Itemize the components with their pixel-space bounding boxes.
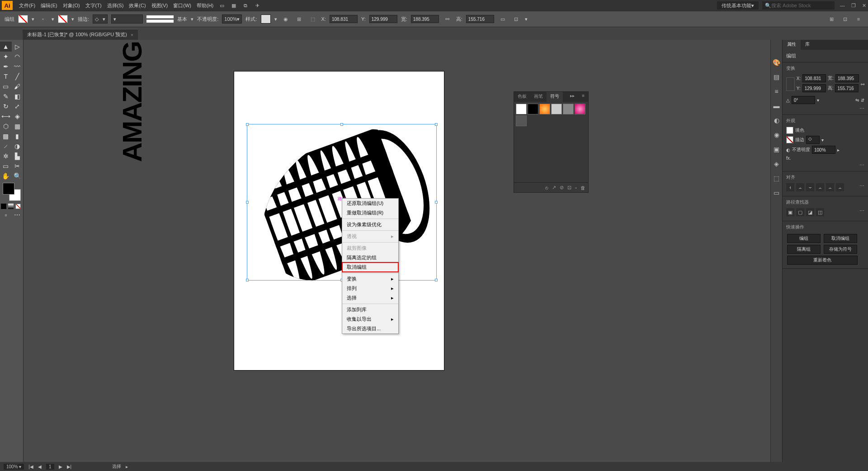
align-bottom[interactable]: ⫠ <box>836 183 844 191</box>
shaper-tool[interactable]: ✎ <box>0 91 12 101</box>
delete-icon[interactable]: 🗑 <box>580 185 585 190</box>
opacity-field[interactable]: 100% ▾ <box>222 14 242 24</box>
ctx-undo[interactable]: 还原取消编组(U) <box>342 199 398 208</box>
symbol-spray-tool[interactable]: ✲ <box>0 151 12 161</box>
more-options-icon[interactable]: ⋯ <box>859 208 864 216</box>
nav-next-icon[interactable]: ▶ <box>59 464 62 469</box>
recolor-icon[interactable]: ◉ <box>281 14 291 24</box>
selection-tool[interactable]: ▲ <box>0 42 12 52</box>
cloud-doc-icon[interactable]: ▭ <box>217 1 227 10</box>
isolate-icon[interactable]: ⊞ <box>826 14 836 24</box>
style-swatch[interactable] <box>261 14 271 24</box>
symbol-thumb[interactable] <box>551 104 562 114</box>
gradient-tool[interactable]: ▮ <box>12 131 24 141</box>
panel-menu-icon[interactable]: ≡ <box>578 92 588 102</box>
tab-symbols[interactable]: 符号 <box>547 92 563 102</box>
workspace-switcher[interactable]: 传统基本功能 ▾ <box>717 1 759 10</box>
props-h[interactable] <box>835 84 859 92</box>
panel-collapse-icon[interactable]: ▸▸ <box>566 92 578 102</box>
blend-tool[interactable]: ◑ <box>12 141 24 151</box>
fill-swatch-icon[interactable] <box>786 127 793 134</box>
gradient-mode[interactable] <box>8 204 14 209</box>
type-tool[interactable]: T <box>0 71 12 81</box>
fill-swatch2[interactable] <box>58 15 68 23</box>
menu-file[interactable]: 文件(F) <box>16 0 38 10</box>
align-vcenter[interactable]: ⫠ <box>826 183 834 191</box>
var-width[interactable]: ▾ <box>111 14 143 24</box>
pf-minus[interactable]: ▢ <box>796 208 804 216</box>
align-top[interactable]: ⫠ <box>816 183 824 191</box>
stock-search[interactable]: 🔍 搜索 Adobe Stock <box>762 1 835 10</box>
shape-icon[interactable]: ▭ <box>498 14 508 24</box>
zoom-tool[interactable]: 🔍 <box>12 171 24 181</box>
more-options-icon[interactable]: ⋯ <box>859 106 864 111</box>
more-options-icon[interactable]: ⋯ <box>859 183 864 191</box>
zoom-field[interactable]: 100% ▾ <box>4 464 24 470</box>
gradient-panel-icon[interactable]: ▬ <box>772 101 781 110</box>
scale-tool[interactable]: ⤢ <box>12 101 24 111</box>
flip-h-icon[interactable]: ⇋ <box>855 98 859 103</box>
brush-tool[interactable]: 🖌 <box>12 81 24 91</box>
ctx-ungroup[interactable]: 取消编组 <box>342 262 398 272</box>
nav-last-icon[interactable]: ▶| <box>67 464 72 469</box>
btn-group[interactable]: 编组 <box>787 234 821 243</box>
align-icon[interactable]: ⊞ <box>294 14 304 24</box>
close-icon[interactable]: ✕ <box>862 3 866 9</box>
hand-tool[interactable]: ✋ <box>0 171 12 181</box>
ctx-isolate[interactable]: 隔离选定的组 <box>342 253 398 262</box>
symbol-thumb[interactable] <box>528 104 538 114</box>
line-tool[interactable]: ╱ <box>12 71 24 81</box>
rectangle-tool[interactable]: ▭ <box>0 81 12 91</box>
btn-ungroup[interactable]: 取消编组 <box>824 234 857 243</box>
width-tool[interactable]: ⟷ <box>0 111 12 121</box>
stroke-weight[interactable]: ◇ ▾ <box>93 14 108 24</box>
menu-effect[interactable]: 效果(C) <box>126 0 148 10</box>
edit-toolbar[interactable]: ⋯ <box>12 210 24 220</box>
symbol-thumb[interactable] <box>516 104 527 114</box>
ctx-export-selection[interactable]: 导出所选项目... <box>342 324 398 333</box>
fill-none-icon[interactable] <box>18 14 28 24</box>
btn-isolate[interactable]: 隔离组 <box>787 245 821 254</box>
props-y[interactable] <box>802 84 826 92</box>
asset-export-icon[interactable]: ⬚ <box>772 174 781 183</box>
tab-libraries[interactable]: 库 <box>801 40 814 50</box>
pen-tool[interactable]: ✒ <box>0 62 12 71</box>
nav-first-icon[interactable]: |◀ <box>28 464 33 469</box>
align-right[interactable]: ⫟ <box>806 183 814 191</box>
menu-window[interactable]: 窗口(W) <box>170 0 194 10</box>
flip-v-icon[interactable]: ⇵ <box>861 98 864 103</box>
perspective-tool[interactable]: ▦ <box>12 121 24 131</box>
props-angle[interactable] <box>792 96 815 104</box>
tab-properties[interactable]: 属性 <box>783 40 801 50</box>
curvature-tool[interactable]: 〰 <box>12 62 24 71</box>
new-symbol-icon[interactable]: ▫ <box>575 185 577 190</box>
ctx-collect-export[interactable]: 收集以导出▸ <box>342 314 398 324</box>
snap-icon[interactable]: ⊡ <box>511 14 521 24</box>
color-guide-icon[interactable]: ▤ <box>772 72 781 81</box>
tab-swatches[interactable]: 色板 <box>514 92 530 102</box>
link-icon[interactable]: ⚯ <box>861 82 864 87</box>
pf-unite[interactable]: ▣ <box>786 208 794 216</box>
brush-preview[interactable] <box>146 15 174 23</box>
color-panel-icon[interactable]: 🎨 <box>772 58 781 67</box>
layers-icon[interactable]: ◈ <box>772 159 781 168</box>
h-field[interactable] <box>466 15 494 23</box>
stroke-swatch-icon[interactable]: ▫ <box>38 14 48 24</box>
restore-icon[interactable]: ❐ <box>851 3 856 9</box>
options-icon[interactable]: ⊡ <box>567 185 571 190</box>
stroke-weight-field[interactable]: ◇ <box>806 136 820 144</box>
symbol-thumb[interactable] <box>516 115 527 126</box>
minimize-icon[interactable]: — <box>840 3 845 9</box>
symbol-thumb[interactable] <box>563 104 574 114</box>
align-hcenter[interactable]: ⫠ <box>796 183 804 191</box>
ctx-redo[interactable]: 重做取消编组(R) <box>342 208 398 218</box>
artboard-nav[interactable]: 1 <box>46 464 54 470</box>
gpu-icon[interactable]: ⧉ <box>241 1 250 10</box>
props-x[interactable] <box>802 74 826 82</box>
menu-help[interactable]: 帮助(H) <box>194 0 216 10</box>
eyedropper-tool[interactable]: ⟋ <box>0 141 12 151</box>
appearance-icon[interactable]: ◉ <box>772 130 781 139</box>
menu-object[interactable]: 对象(O) <box>60 0 83 10</box>
tab-brushes[interactable]: 画笔 <box>530 92 547 102</box>
ctx-add-library[interactable]: 添加到库 <box>342 305 398 314</box>
